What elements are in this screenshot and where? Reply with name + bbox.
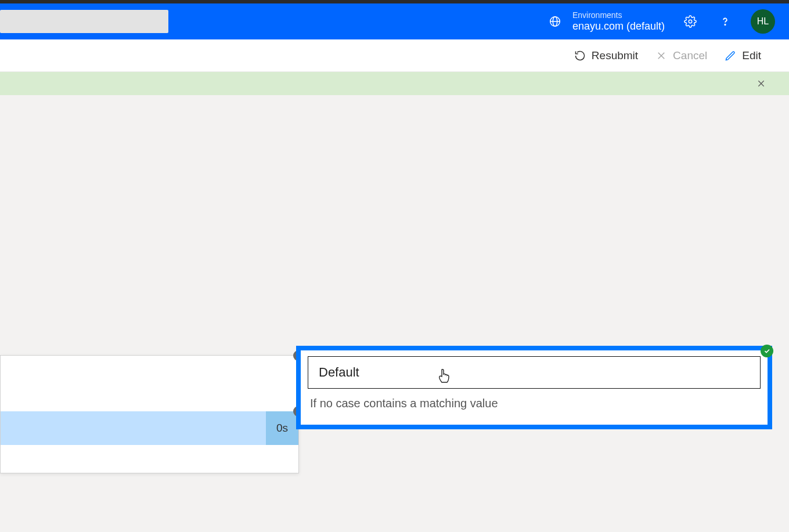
svg-point-3 [689, 20, 692, 23]
refresh-icon [574, 50, 586, 61]
success-check-icon [761, 345, 773, 357]
globe-icon [546, 12, 564, 31]
avatar-initials: HL [757, 16, 769, 27]
default-case-card[interactable]: Default If no case contains a matching v… [296, 346, 772, 429]
default-case-title: Default [319, 365, 359, 379]
environment-text: Environments enayu.com (default) [572, 10, 665, 32]
case-card[interactable]: 0s [0, 355, 299, 473]
edit-label: Edit [742, 49, 761, 62]
action-row[interactable]: 0s [1, 411, 298, 445]
settings-button[interactable] [681, 12, 700, 31]
pencil-icon [725, 50, 736, 61]
environment-name: enayu.com (default) [572, 20, 665, 33]
cancel-button: Cancel [655, 49, 707, 62]
search-input[interactable] [0, 10, 168, 33]
default-case-inner: Default If no case contains a matching v… [301, 350, 768, 418]
command-bar: Resubmit Cancel Edit [0, 39, 789, 72]
action-duration: 0s [266, 411, 298, 445]
environment-selector[interactable]: Environments enayu.com (default) [546, 10, 665, 32]
close-icon [655, 50, 667, 61]
resubmit-button[interactable]: Resubmit [574, 49, 638, 62]
app-header: Environments enayu.com (default) HL [0, 3, 789, 39]
success-banner [0, 72, 789, 95]
edit-button[interactable]: Edit [725, 49, 761, 62]
help-button[interactable] [716, 12, 734, 31]
duration-value: 0s [276, 422, 288, 435]
case-card-header [1, 356, 298, 411]
svg-point-4 [725, 24, 725, 25]
default-case-description: If no case contains a matching value [308, 397, 761, 410]
header-right: Environments enayu.com (default) HL [546, 9, 775, 34]
avatar[interactable]: HL [751, 9, 775, 34]
default-case-title-box[interactable]: Default [308, 356, 761, 389]
environments-label: Environments [572, 10, 665, 20]
cancel-label: Cancel [673, 49, 707, 62]
banner-close-button[interactable] [754, 77, 768, 91]
resubmit-label: Resubmit [592, 49, 638, 62]
header-left [0, 10, 168, 33]
